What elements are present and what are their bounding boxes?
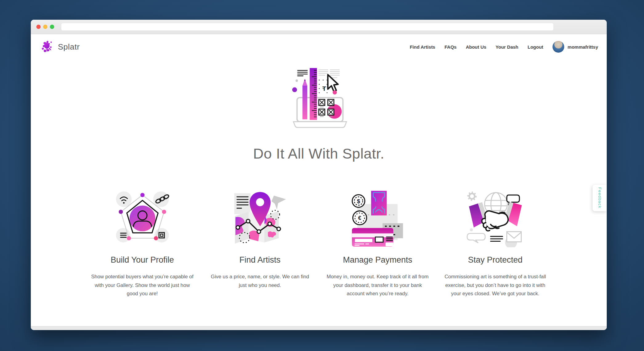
brand-logo[interactable]: Splatr <box>40 40 80 54</box>
browser-chrome <box>31 20 607 34</box>
feature-build-your-profile: Build Your Profile Show potential buyers… <box>83 187 201 297</box>
feature-title: Find Artists <box>239 255 281 265</box>
feature-body: Give us a price, name, or style. We can … <box>207 272 313 289</box>
feature-body: Money in, money out. Keep track of it al… <box>324 272 431 297</box>
feedback-tab-label: Feedback <box>597 187 602 208</box>
svg-text:T: T <box>322 85 326 92</box>
map-pin-illustration <box>230 187 290 247</box>
profile-pentagon-illustration <box>112 187 172 247</box>
avatar[interactable] <box>553 41 564 53</box>
brand-name: Splatr <box>58 42 80 52</box>
feature-title: Build Your Profile <box>111 255 174 265</box>
gear-icon <box>468 192 476 200</box>
page-title: Do It All With Splatr. <box>253 145 384 162</box>
minimize-button[interactable] <box>43 25 47 29</box>
svg-text:€: € <box>358 215 361 221</box>
splat-icon <box>40 40 54 54</box>
feature-find-artists: Find Artists Give us a price, name, or s… <box>201 187 319 297</box>
feature-manage-payments: $ € <box>319 187 436 297</box>
nav-your-dash[interactable]: Your Dash <box>496 44 518 50</box>
features-row: Build Your Profile Show potential buyers… <box>31 187 607 297</box>
nav-faqs[interactable]: FAQs <box>444 44 456 50</box>
nav-logout[interactable]: Logout <box>528 44 543 50</box>
envelope-icon <box>507 232 521 242</box>
handshake-illustration <box>465 187 525 247</box>
browser-window: Splatr Find Artists FAQs About Us Your D… <box>31 20 607 330</box>
payments-illustration: $ € <box>348 187 408 247</box>
footer-strip <box>31 326 607 330</box>
design-tools-illustration: T <box>289 64 349 129</box>
hero-section: T <box>31 59 607 171</box>
traffic-lights <box>36 25 54 29</box>
nav-about-us[interactable]: About Us <box>466 44 486 50</box>
desktop-background: Splatr Find Artists FAQs About Us Your D… <box>0 0 644 351</box>
account-menu[interactable]: mommafrittsy <box>553 41 598 53</box>
feedback-tab[interactable]: Feedback <box>593 185 607 211</box>
euro-coin-icon: € <box>353 211 367 225</box>
feature-title: Manage Payments <box>343 255 412 265</box>
feature-stay-protected: Stay Protected Commissioning art is some… <box>436 187 554 297</box>
feature-body: Commissioning art is something of a trus… <box>442 272 549 297</box>
close-button[interactable] <box>36 25 41 29</box>
dollar-coin-icon: $ <box>352 195 365 208</box>
site-header: Splatr Find Artists FAQs About Us Your D… <box>31 34 607 59</box>
speech-bubble-gray-icon <box>467 234 485 243</box>
url-bar[interactable] <box>61 23 554 31</box>
main-nav: Find Artists FAQs About Us Your Dash Log… <box>410 44 543 50</box>
nav-find-artists[interactable]: Find Artists <box>410 44 435 50</box>
feature-body: Show potential buyers what you’re capabl… <box>89 272 196 297</box>
username: mommafrittsy <box>568 44 598 50</box>
svg-text:$: $ <box>357 198 360 204</box>
feature-title: Stay Protected <box>468 255 522 265</box>
zoom-button[interactable] <box>50 25 54 29</box>
